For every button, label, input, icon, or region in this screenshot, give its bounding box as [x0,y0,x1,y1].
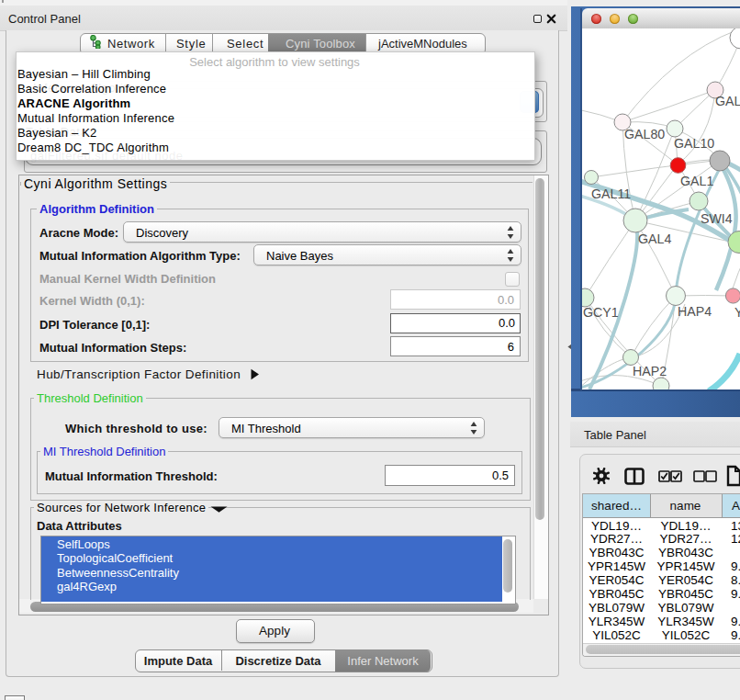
svg-text:GAL1: GAL1 [680,174,713,188]
svg-text:GAL: GAL [715,94,740,108]
svg-text:GAL10: GAL10 [674,136,714,151]
svg-text:GAL4: GAL4 [638,231,671,246]
svg-text:SWI4: SWI4 [701,211,733,226]
svg-text:GCY1: GCY1 [583,305,619,320]
svg-text:Y: Y [734,305,740,320]
svg-text:HAP4: HAP4 [678,304,712,319]
svg-text:GAL80: GAL80 [624,127,665,141]
svg-text:HAP2: HAP2 [633,364,667,378]
svg-text:GAL11: GAL11 [591,186,631,201]
